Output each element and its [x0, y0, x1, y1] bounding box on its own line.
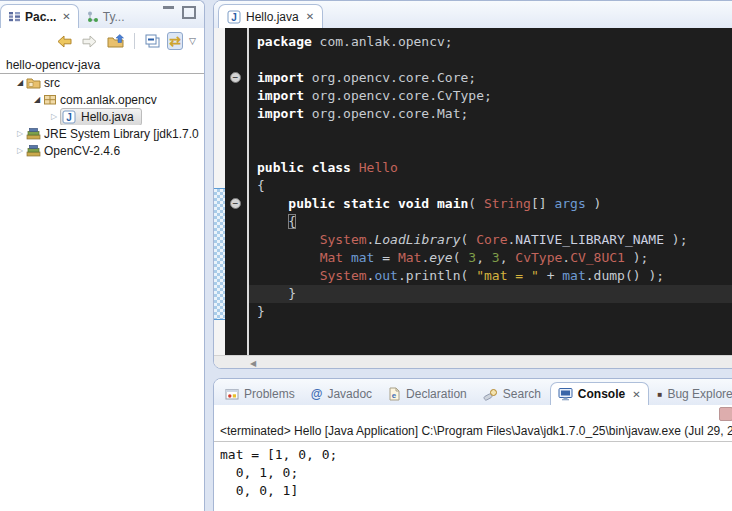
tab-search[interactable]: Search — [476, 383, 548, 405]
package-explorer-tabbar: Pac... ✕ Ty... — [0, 1, 204, 28]
bug-explorer-icon: ■ — [658, 390, 663, 399]
tree-item-src[interactable]: ◢ src — [0, 74, 204, 91]
code-line[interactable]: import org.opencv.core.Core; — [249, 69, 732, 87]
tree-item-package[interactable]: ◢ com.anlak.opencv — [0, 91, 204, 108]
expand-arrow-icon[interactable]: ▷ — [14, 129, 26, 138]
code-line[interactable]: package com.anlak.opencv; — [249, 33, 732, 51]
tab-problems[interactable]: Problems — [218, 383, 302, 405]
package-icon — [43, 93, 57, 106]
tab-bug-explorer[interactable]: ■ Bug Explorer — [651, 383, 732, 405]
code-line[interactable] — [249, 141, 732, 159]
code-line[interactable]: } — [249, 303, 732, 321]
code-line[interactable]: { — [249, 177, 732, 195]
code-token: public class — [257, 160, 359, 175]
tab-hello-java[interactable]: J Hello.java ✕ — [218, 4, 323, 28]
code-line[interactable] — [249, 123, 732, 141]
code-token: ) — [586, 196, 602, 211]
close-icon[interactable]: ✕ — [304, 11, 314, 22]
up-folder-icon[interactable] — [105, 33, 127, 50]
code-token: package — [257, 34, 312, 49]
tree-item-hello-java[interactable]: ▷ J Hello.java — [0, 108, 204, 125]
maximize-icon[interactable] — [182, 6, 196, 19]
back-arrow-icon[interactable] — [53, 33, 75, 50]
link-with-editor-icon[interactable]: ⇄ — [167, 32, 183, 50]
tab-declaration[interactable]: e Declaration — [381, 383, 474, 405]
code-token: , — [476, 250, 492, 265]
toolbar-separator — [134, 33, 135, 49]
code-token: com.anlak.opencv; — [312, 34, 453, 49]
declaration-icon: e — [388, 387, 401, 401]
terminate-button[interactable] — [719, 407, 732, 421]
code-token: .dump() ); — [586, 268, 664, 283]
code-token: CV_8UC1 — [570, 250, 625, 265]
tab-type-hierarchy[interactable]: Ty... — [79, 5, 132, 28]
console-process-label: <terminated> Hello [Java Application] C:… — [214, 423, 732, 442]
expand-arrow-icon[interactable]: ◢ — [31, 95, 43, 104]
code-line[interactable] — [249, 51, 732, 69]
code-line[interactable]: System.out.println( "mat = " + mat.dump(… — [249, 267, 732, 285]
collapse-all-icon[interactable] — [142, 32, 163, 50]
package-explorer-icon — [8, 10, 21, 23]
expand-arrow-icon[interactable]: ▷ — [14, 146, 26, 155]
code-line[interactable]: import org.opencv.core.CvType; — [249, 87, 732, 105]
code-line[interactable]: import org.opencv.core.Mat; — [249, 105, 732, 123]
tab-label: Console — [578, 387, 625, 401]
code-token: 3 — [492, 250, 500, 265]
code-token: ( — [453, 250, 469, 265]
tab-package-explorer[interactable]: Pac... ✕ — [0, 4, 79, 28]
console-output[interactable]: mat = [1, 0, 0; 0, 1, 0; 0, 0, 1] — [214, 442, 732, 504]
source-folder-icon — [26, 76, 41, 89]
code-token: System — [320, 232, 367, 247]
code-line[interactable]: public static void main( String[] args ) — [249, 195, 732, 213]
svg-text:J: J — [66, 112, 72, 123]
tree-item-opencv-library[interactable]: ▷ OpenCV-2.4.6 — [0, 142, 204, 159]
tree-item-jre-library[interactable]: ▷ JRE System Library [jdk1.7.0 — [0, 125, 204, 142]
minimize-icon[interactable] — [163, 6, 174, 18]
code-token: System — [320, 268, 367, 283]
javadoc-icon: @ — [311, 387, 323, 401]
code-token: } — [257, 286, 296, 301]
console-view: Problems @ Javadoc e Declaration Search … — [213, 378, 732, 511]
close-icon[interactable]: ✕ — [630, 389, 640, 400]
tree-item-label: Hello.java — [78, 110, 137, 124]
expand-arrow-icon[interactable]: ◢ — [14, 78, 26, 87]
tree-item-label: src — [41, 76, 63, 90]
code-token: .println( — [398, 268, 476, 283]
range-indicator — [214, 188, 225, 320]
fold-collapse-icon[interactable]: − — [230, 198, 241, 209]
code-token: + — [539, 268, 562, 283]
code-token — [257, 250, 320, 265]
editor-area: J Hello.java ✕ −− package com.anlak.open… — [213, 0, 732, 369]
horizontal-scrollbar[interactable]: ◀ — [214, 355, 732, 369]
code-token — [257, 268, 320, 283]
code-line[interactable]: { — [249, 213, 732, 231]
code-line[interactable]: System.LoadLibrary( Core.NATIVE_LIBRARY_… — [249, 231, 732, 249]
view-window-buttons — [163, 6, 196, 19]
code-token: . — [562, 250, 570, 265]
code-line[interactable]: } — [249, 285, 732, 303]
tree-item-project[interactable]: hello-opencv-java — [0, 56, 204, 74]
search-icon — [483, 387, 498, 401]
code-area[interactable]: package com.anlak.opencv;import org.open… — [249, 28, 732, 355]
close-icon[interactable]: ✕ — [60, 11, 70, 22]
view-menu-icon[interactable]: ▽ — [187, 36, 198, 46]
fold-collapse-icon[interactable]: − — [230, 72, 241, 83]
forward-arrow-icon[interactable] — [79, 33, 101, 50]
code-token: = — [374, 250, 397, 265]
annotation-ruler[interactable] — [214, 28, 225, 355]
expand-arrow-icon[interactable]: ▷ — [48, 112, 60, 121]
code-token: mat — [351, 250, 374, 265]
scroll-left-icon[interactable]: ◀ — [250, 359, 256, 368]
code-token: { — [257, 178, 265, 193]
code-token: import — [257, 88, 304, 103]
code-line[interactable]: Mat mat = Mat.eye( 3, 3, CvType.CV_8UC1 … — [249, 249, 732, 267]
tab-console[interactable]: Console ✕ — [550, 382, 649, 405]
code-line[interactable]: public class Hello — [249, 159, 732, 177]
tree-selection: J Hello.java — [60, 108, 142, 125]
tab-label: Javadoc — [327, 387, 372, 401]
code-token: import — [257, 70, 304, 85]
code-token: ); — [625, 250, 648, 265]
fold-gutter[interactable]: −− — [225, 28, 249, 355]
library-icon — [26, 144, 41, 157]
tab-javadoc[interactable]: @ Javadoc — [304, 383, 379, 405]
